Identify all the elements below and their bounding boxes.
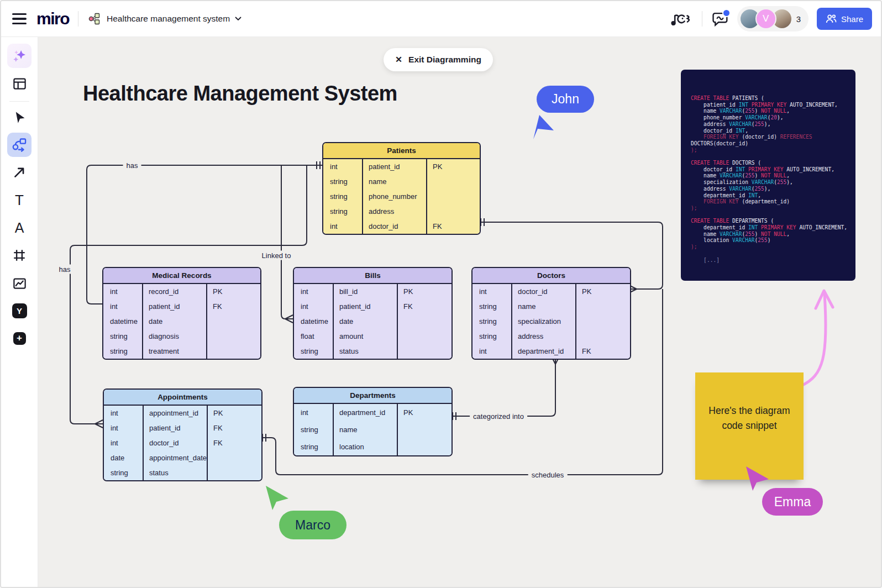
left-toolbar: T A Y +	[1, 37, 38, 587]
pen-a-icon[interactable]: A	[7, 216, 32, 240]
miro-logo[interactable]: miro	[36, 9, 69, 28]
cursor-name-pill-john: John	[537, 86, 594, 113]
ai-assistant-icon[interactable]	[7, 44, 32, 68]
close-icon: ✕	[395, 55, 402, 65]
share-people-icon	[826, 14, 837, 24]
notification-dot	[722, 9, 731, 17]
top-bar: miro Healthcare management system	[1, 1, 881, 37]
main-menu-icon[interactable]	[12, 13, 27, 24]
apps-y-icon[interactable]: Y	[7, 298, 32, 323]
connector-arrow-icon[interactable]	[7, 160, 32, 185]
chart-icon[interactable]	[7, 271, 32, 295]
collaborator-avatars[interactable]: V 3	[737, 6, 809, 32]
cursor-name-pill-marco: Marco	[279, 511, 347, 539]
divider	[78, 11, 78, 27]
cursor-marco	[266, 486, 288, 510]
collaborator-count: 3	[796, 14, 801, 24]
comments-icon[interactable]	[712, 11, 729, 28]
templates-icon[interactable]	[7, 71, 32, 96]
cursor-emma	[746, 466, 769, 491]
chevron-down-icon	[235, 17, 242, 21]
exit-diagramming-button[interactable]: ✕ Exit Diagramming	[384, 48, 493, 71]
board-title: Healthcare management system	[107, 14, 230, 24]
divider	[9, 101, 29, 102]
board-thumbnail-icon	[87, 12, 102, 26]
share-button[interactable]: Share	[817, 8, 872, 30]
text-tool-icon[interactable]: T	[7, 188, 32, 212]
select-cursor-icon[interactable]	[7, 105, 32, 129]
board-title-chip[interactable]: Healthcare management system	[87, 12, 242, 26]
avatar[interactable]: V	[755, 8, 776, 29]
miro-app: Healthcare Management System ✕ Exit Diag…	[0, 0, 882, 588]
cursor-name-pill-emma: Emma	[762, 488, 823, 516]
collaborator-cursors	[1, 1, 882, 588]
frame-icon[interactable]	[7, 243, 32, 267]
more-apps-icon[interactable]: +	[7, 326, 32, 350]
diagramming-tool-icon[interactable]	[7, 133, 32, 157]
exit-diagramming-label: Exit Diagramming	[408, 55, 481, 65]
cursor-john	[533, 115, 554, 139]
divider	[702, 11, 702, 27]
music-notes-icon[interactable]	[670, 11, 692, 27]
share-label: Share	[841, 14, 863, 24]
